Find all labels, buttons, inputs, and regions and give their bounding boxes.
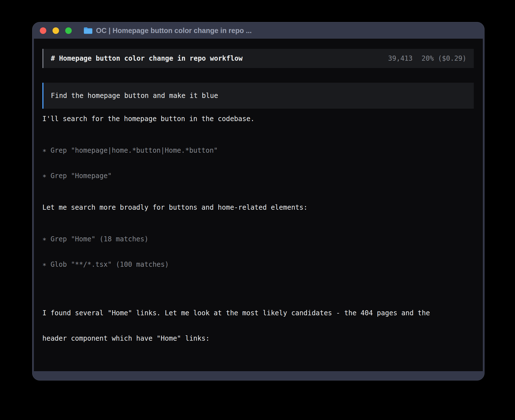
tool-call-group: ∗ Grep "homepage|home.*button|Home.*butt… (42, 129, 474, 197)
token-count: 39,413 (388, 54, 413, 63)
window-title: OC | Homepage button color change in rep… (96, 27, 252, 35)
session-stats: 39,413 20% ($0.29) (388, 54, 466, 63)
tool-call-grep: ∗ Grep "homepage|home.*button|Home.*butt… (42, 146, 474, 155)
window-title-group: OC | Homepage button color change in rep… (84, 27, 252, 35)
user-message-text: Find the homepage button and make it blu… (51, 92, 218, 100)
traffic-lights (40, 27, 72, 34)
title-bar: OC | Homepage button color change in rep… (32, 22, 484, 39)
folder-icon (84, 27, 93, 34)
tool-call-grep: ∗ Grep "Home" (18 matches) (42, 235, 474, 243)
assistant-text: I'll search for the homepage button in t… (42, 115, 474, 123)
maximize-window-button[interactable] (65, 27, 72, 34)
context-cost: 20% ($0.29) (422, 54, 466, 63)
terminal-content: # Homepage button color change in repo w… (34, 39, 483, 371)
tool-call-glob: ∗ Glob "**/*.tsx" (100 matches) (42, 260, 474, 269)
assistant-text: I found several "Home" links. Let me loo… (42, 292, 474, 360)
close-window-button[interactable] (40, 27, 46, 34)
session-title: # Homepage button color change in repo w… (51, 54, 243, 63)
session-header: # Homepage button color change in repo w… (42, 49, 474, 68)
assistant-transcript: I'll search for the homepage button in t… (42, 115, 474, 380)
tool-call-group: ∗ Grep "Home" (18 matches) ∗ Glob "**/*.… (42, 218, 474, 286)
tool-call-group: → Read packages/console/app/src/routes/[… (42, 366, 474, 380)
assistant-text: Let me search more broadly for buttons a… (42, 203, 474, 212)
minimize-window-button[interactable] (53, 27, 59, 34)
terminal-window: OC | Homepage button color change in rep… (32, 22, 485, 380)
tool-call-grep: ∗ Grep "Homepage" (42, 172, 474, 180)
user-message: Find the homepage button and make it blu… (42, 83, 474, 109)
